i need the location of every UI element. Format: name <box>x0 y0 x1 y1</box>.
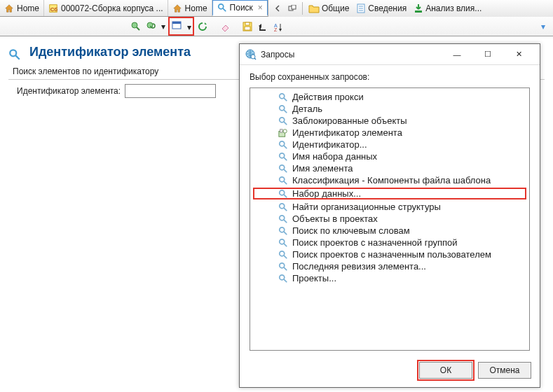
panel-next-button[interactable] <box>285 4 299 13</box>
list-item[interactable]: Деталь <box>250 103 529 115</box>
tab-assembly[interactable]: Сб 000072-Сборка корпуса ... <box>44 0 168 16</box>
field-label: Идентификатор элемента: <box>17 86 121 96</box>
list-item[interactable]: Заблокированные объекты <box>250 115 529 127</box>
svg-text:Сб: Сб <box>50 6 58 12</box>
list-item[interactable]: Последняя ревизия элемента... <box>250 260 529 272</box>
list-item-label: Имя элемента <box>292 163 353 174</box>
panel-dropdown-button[interactable]: ▾ <box>536 20 550 34</box>
dialog-titlebar[interactable]: Запросы — ☐ ✕ <box>240 44 540 65</box>
svg-point-50 <box>280 190 285 195</box>
close-button[interactable]: ✕ <box>503 45 534 64</box>
svg-point-62 <box>280 262 285 267</box>
svg-point-41 <box>283 129 287 132</box>
search-icon <box>278 274 288 284</box>
list-item-label: Поиск проектов с назначенным пользовател… <box>292 249 491 260</box>
globe-search-icon <box>245 49 257 60</box>
ok-button[interactable]: ОК <box>419 362 472 379</box>
return-button[interactable] <box>256 20 270 34</box>
svg-rect-21 <box>245 22 250 25</box>
svg-line-61 <box>284 255 287 258</box>
svg-point-46 <box>280 164 285 169</box>
list-item[interactable]: Проекты... <box>250 272 529 284</box>
window-button[interactable] <box>170 18 184 32</box>
svg-line-49 <box>284 181 287 183</box>
svg-line-43 <box>284 145 287 148</box>
svg-line-29 <box>15 55 20 59</box>
svg-marker-0 <box>6 4 13 12</box>
svg-rect-22 <box>245 27 250 30</box>
search-refresh-button[interactable] <box>144 20 158 34</box>
list-item[interactable]: Имя элемента <box>250 162 529 174</box>
svg-rect-7 <box>292 5 296 9</box>
svg-line-32 <box>254 58 256 59</box>
tab-home-2[interactable]: Home <box>168 0 212 16</box>
dropdown-arrow-button[interactable]: ▾ <box>160 20 167 34</box>
search-icon <box>217 3 227 13</box>
dropdown-arrow-button[interactable]: ▾ <box>186 20 193 34</box>
search-icon <box>278 250 288 260</box>
refresh-button[interactable] <box>196 20 210 34</box>
list-item[interactable]: Идентификатор... <box>250 139 529 150</box>
list-item-label: Идентификатор элемента <box>292 127 402 138</box>
sort-button[interactable]: AZ <box>271 20 285 34</box>
svg-point-44 <box>280 153 285 158</box>
svg-line-51 <box>284 194 287 197</box>
search-icon <box>278 226 288 236</box>
tab-label: Поиск <box>230 3 253 13</box>
svg-rect-12 <box>415 10 422 13</box>
svg-line-45 <box>284 157 287 160</box>
eraser-button[interactable] <box>218 20 232 34</box>
ribbon-general-label: Общие <box>322 4 349 13</box>
search-icon <box>278 92 288 102</box>
search-icon <box>278 164 288 174</box>
tab-label: Home <box>17 4 39 13</box>
list-item[interactable]: Набор данных... <box>253 188 526 200</box>
tab-search[interactable]: Поиск × <box>212 0 268 16</box>
separator <box>302 2 303 15</box>
search-button[interactable] <box>129 20 143 34</box>
svg-point-54 <box>280 215 285 220</box>
search-icon <box>278 176 288 186</box>
tab-label: 000072-Сборка корпуса ... <box>61 4 163 13</box>
list-item[interactable]: Найти организационные структуры <box>250 201 529 213</box>
list-item[interactable]: Поиск по ключевым словам <box>250 225 529 237</box>
queries-listbox[interactable]: Действия проксиДетальЗаблокированные объ… <box>250 88 530 351</box>
list-item-label: Классификация - Компоненты файла шаблона <box>292 175 491 186</box>
folder-icon <box>308 4 320 13</box>
list-item[interactable]: Идентификатор элемента <box>250 127 529 139</box>
ribbon-impact-label: Анализ влия... <box>425 4 482 13</box>
list-item-label: Поиск по ключевым словам <box>292 225 410 236</box>
maximize-button[interactable]: ☐ <box>472 45 503 64</box>
document-icon <box>356 4 366 13</box>
svg-point-33 <box>280 93 285 98</box>
ribbon-details-button[interactable]: Сведения <box>353 3 409 14</box>
search-icon <box>278 238 288 248</box>
minimize-button[interactable]: — <box>442 45 472 64</box>
item-id-input[interactable] <box>125 84 216 98</box>
ribbon-general-button[interactable]: Общие <box>306 3 352 14</box>
page-title: Идентификатор элемента <box>29 45 191 59</box>
close-tab-icon[interactable]: × <box>258 3 263 13</box>
ribbon-details-label: Сведения <box>368 4 407 13</box>
list-item[interactable]: Поиск проектов с назначенным пользовател… <box>250 248 529 260</box>
list-item[interactable]: Классификация - Компоненты файла шаблона <box>250 174 529 186</box>
svg-point-56 <box>280 227 285 232</box>
svg-rect-40 <box>280 129 283 132</box>
list-item-label: Идентификатор... <box>292 139 367 150</box>
list-item[interactable]: Объекты в проектах <box>250 213 529 225</box>
svg-line-57 <box>284 231 287 234</box>
svg-marker-19 <box>222 25 228 31</box>
tab-home-1[interactable]: Home <box>0 0 44 16</box>
svg-line-63 <box>284 267 287 270</box>
list-item[interactable]: Поиск проектов с назначенной группой <box>250 237 529 248</box>
list-item-label: Действия прокси <box>292 92 364 102</box>
list-item[interactable]: Действия прокси <box>250 91 529 103</box>
list-item[interactable]: Имя набора данных <box>250 150 529 162</box>
cancel-button[interactable]: Отмена <box>478 362 531 379</box>
dialog-title-text: Запросы <box>261 50 294 59</box>
list-item-label: Объекты в проектах <box>292 214 378 224</box>
save-button[interactable] <box>240 20 254 34</box>
ribbon-impact-button[interactable]: Анализ влия... <box>411 3 484 14</box>
panel-prev-button[interactable] <box>271 4 284 13</box>
list-item-label: Набор данных... <box>292 188 361 199</box>
